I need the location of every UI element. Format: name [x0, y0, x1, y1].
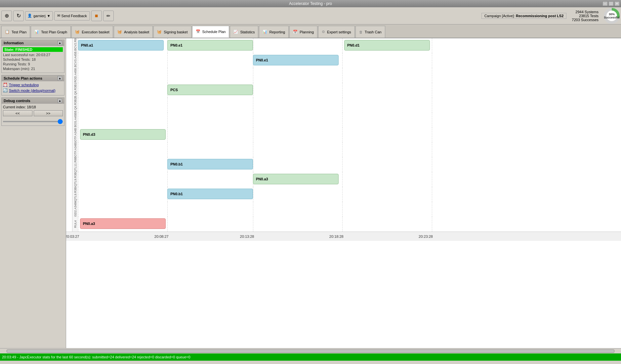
status-message: 20:03:49 - JapcExecutor stats for the la…: [2, 355, 190, 359]
debug-slider[interactable]: [3, 121, 63, 122]
grid-line: [342, 68, 343, 83]
state-status: State: FINISHED: [3, 47, 63, 52]
information-header[interactable]: Information ▲: [2, 40, 64, 46]
gantt-row: BQTL9.R3B2PN0.a3: [72, 172, 621, 187]
tab-expert-settings[interactable]: ⚙ Expert settings: [318, 26, 355, 38]
expert-settings-icon: ⚙: [322, 30, 325, 34]
grid-line: [167, 53, 168, 68]
campaign-name: Recommissioning post LS2: [516, 14, 563, 18]
grid-line: [78, 172, 78, 187]
main-content: Information ▲ State: FINISHED Last succe…: [0, 38, 621, 348]
grid-line: [253, 38, 253, 53]
edit-button[interactable]: ✏: [103, 11, 114, 21]
gantt-block[interactable]: PCS: [167, 85, 253, 95]
grid-line: [432, 172, 432, 187]
grid-line: [342, 53, 343, 68]
tab-schedule-plan[interactable]: 📅 Schedule Plan: [192, 26, 229, 38]
gantt-row: BSD2.A3486: [72, 202, 621, 217]
send-feedback-button[interactable]: ✉ Send Feedback: [54, 11, 90, 20]
switch-mode-action[interactable]: 🔄 Switch mode (debug/normal): [3, 88, 63, 92]
execution-basket-icon: 🧺: [75, 30, 80, 34]
timeline-axis: 20:03:2720:08:2720:13:2820:18:2820:23:28: [66, 232, 621, 241]
gantt-row-inner: PN0.d3: [78, 127, 621, 142]
schedule-plan-actions-title: Schedule Plan actions: [4, 76, 42, 80]
gantt-block[interactable]: PN0.e1: [253, 55, 339, 65]
next-button[interactable]: >>: [34, 110, 63, 116]
gantt-block[interactable]: PN0.e1: [167, 40, 253, 51]
gantt-row: RUL4PN0.a3: [72, 217, 621, 232]
gantt-row-inner: PN0.e1: [78, 53, 621, 68]
gantt-row: BOTF.A34B2: [72, 142, 621, 157]
window-controls: ─ □ ✕: [602, 1, 620, 6]
tab-execution-basket[interactable]: 🧺 Execution basket: [71, 26, 113, 38]
reporting-icon: 📊: [263, 30, 267, 34]
prev-button[interactable]: <<: [3, 110, 32, 116]
scrollbar-area[interactable]: [0, 348, 621, 353]
gantt-block[interactable]: PN0.a1: [78, 40, 164, 51]
grid-line: [78, 83, 78, 98]
gantt-row-inner: [78, 142, 621, 157]
close-button[interactable]: ✕: [614, 1, 620, 6]
time-label: 20:18:28: [329, 235, 344, 238]
statusbar: 20:03:49 - JapcExecutor stats for the la…: [0, 353, 621, 361]
gantt-block[interactable]: PN0.b1: [167, 189, 253, 199]
test-plan-graph-icon: 📊: [34, 30, 39, 34]
user-button[interactable]: 👤 garnierj ▼: [25, 11, 53, 20]
row-label: BOS.A45B: [72, 113, 78, 127]
debug-controls-collapse[interactable]: ▲: [58, 98, 62, 103]
grid-line: [78, 202, 78, 217]
gantt-block[interactable]: PN0.a3: [80, 218, 166, 229]
trigger-scheduling-action[interactable]: ⏰ Trigger scheduling: [3, 83, 63, 87]
planning-icon: 📅: [293, 30, 298, 34]
row-label: BOTF.A34B2: [72, 142, 78, 157]
grid-line: [78, 217, 78, 232]
tab-test-plan-graph[interactable]: 📊 Test Plan Graph: [31, 26, 71, 38]
gantt-row-inner: [78, 113, 621, 127]
tab-reporting[interactable]: 📊 Reporting: [259, 26, 289, 38]
information-collapse[interactable]: ▲: [58, 41, 62, 45]
refresh-button[interactable]: ↻: [13, 11, 24, 21]
grid-line: [432, 187, 432, 202]
chart-area[interactable]: B.BCV2.R8PN0.a1PN0.e1PN0.d1B.BCV3.A45BPN…: [66, 38, 621, 348]
gantt-block[interactable]: PN0.b1: [167, 159, 253, 169]
grid-line: [78, 157, 78, 172]
home-button[interactable]: ⊕: [1, 11, 12, 21]
debug-controls-content: Current index: 18/18 << >>: [2, 104, 64, 126]
tab-statistics[interactable]: 📈 Statistics: [230, 26, 258, 38]
gantt-block[interactable]: PN0.d3: [80, 129, 166, 140]
systems-count: 2944 Systems: [575, 10, 599, 14]
grid-line: [432, 83, 432, 98]
gantt-block[interactable]: PN0.d1: [344, 40, 430, 51]
grid-line: [342, 187, 343, 202]
grid-line: [253, 202, 253, 217]
tab-test-plan[interactable]: 📋 Test Plan: [1, 26, 30, 38]
grid-line: [167, 127, 168, 142]
trash-can-icon: 🗑: [359, 30, 363, 34]
minimize-button[interactable]: ─: [602, 1, 608, 6]
horizontal-scrollbar[interactable]: [7, 349, 614, 353]
tab-signing-basket-label: Signing basket: [164, 30, 187, 34]
tab-trash-can[interactable]: 🗑 Trash Can: [355, 26, 385, 38]
grid-line: [342, 172, 343, 187]
tab-signing-basket[interactable]: 🧺 Signing basket: [153, 26, 191, 38]
debug-controls-header[interactable]: Debug controls ▲: [2, 98, 64, 104]
schedule-plan-actions-header[interactable]: Schedule Plan actions ▲: [2, 75, 64, 81]
switch-icon: 🔄: [3, 88, 8, 92]
refresh-icon: ↻: [17, 13, 21, 19]
time-label: 20:23:28: [419, 235, 433, 238]
gantt-chart: B.BCV2.R8PN0.a1PN0.e1PN0.d1B.BCV3.A45BPN…: [66, 38, 621, 232]
tab-analysis-basket[interactable]: 🧺 Analysis basket: [114, 26, 153, 38]
grid-line: [167, 217, 168, 232]
gantt-block[interactable]: PN0.a3: [253, 174, 339, 184]
tab-planning[interactable]: 📅 Planning: [289, 26, 317, 38]
grid-line: [432, 157, 432, 172]
tests-count: 23815 Tests: [579, 14, 599, 18]
restore-button[interactable]: □: [608, 1, 614, 6]
gantt-row: B.BCV2.R8PN0.a1PN0.e1PN0.d1: [72, 38, 621, 53]
row-label: B.BCV2.R8: [72, 38, 78, 53]
row-label: BSD2.A3486: [72, 202, 78, 217]
user-icon: 👤: [27, 14, 32, 18]
color-button[interactable]: ■: [91, 11, 102, 21]
schedule-plan-actions-collapse[interactable]: ▲: [58, 76, 62, 81]
grid-line: [167, 142, 168, 157]
